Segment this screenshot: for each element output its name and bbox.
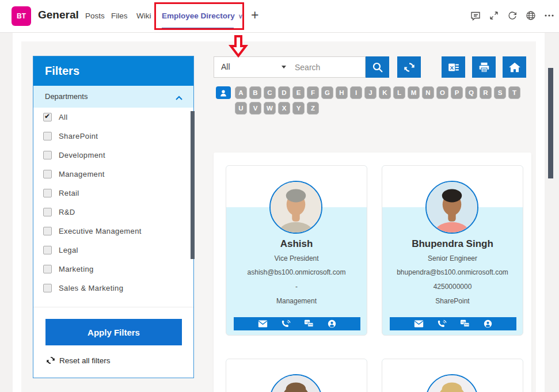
filter-option[interactable]: Development	[33, 146, 188, 165]
more-options-icon[interactable]	[543, 10, 555, 21]
phone-icon[interactable]	[436, 319, 447, 329]
filter-option[interactable]: Sales & Marketing	[33, 279, 188, 298]
employee-card: Bhupendra Singh Senior Engineer bhupendr…	[382, 165, 523, 336]
filter-option[interactable]: All	[33, 108, 188, 127]
alphabet-row-1: ABCDEFGHIJKLMNOPQRST	[235, 86, 520, 99]
checkbox[interactable]	[43, 170, 52, 178]
employee-email: bhupendra@bs100.onmicrosoft.com	[382, 268, 523, 276]
reset-all-filters-label: Reset all filters	[59, 356, 111, 365]
checkbox[interactable]	[43, 208, 52, 216]
alphabet-letter-button[interactable]: B	[249, 86, 261, 99]
alphabet-letter-button[interactable]: F	[307, 86, 319, 99]
filter-option[interactable]: Management	[33, 165, 188, 184]
chat-icon[interactable]	[459, 319, 470, 329]
globe-icon[interactable]	[525, 10, 537, 21]
alphabet-letter-button[interactable]: W	[264, 102, 276, 115]
alphabet-letter-button[interactable]: U	[235, 102, 247, 115]
mail-icon[interactable]	[257, 319, 268, 329]
alphabet-letter-button[interactable]: P	[451, 86, 463, 99]
export-excel-button[interactable]: X	[442, 56, 465, 78]
team-avatar[interactable]: BT	[12, 6, 31, 26]
profile-icon[interactable]	[482, 319, 493, 329]
alphabet-letter-button[interactable]: E	[292, 86, 305, 99]
filter-list-scrollbar-thumb[interactable]	[191, 111, 195, 259]
alphabet-letter-button[interactable]: H	[336, 86, 348, 99]
checkbox[interactable]	[43, 132, 52, 140]
alphabet-letter-button[interactable]: Z	[307, 102, 319, 115]
search-input[interactable]	[289, 56, 366, 78]
conversation-icon[interactable]	[470, 10, 481, 21]
checkbox[interactable]	[43, 246, 52, 254]
sync-icon	[403, 61, 416, 74]
alphabet-row-2: UVWXYZ	[235, 102, 319, 115]
filter-option-label: Retail	[59, 189, 79, 197]
reset-all-filters-button[interactable]: Reset all filters	[46, 356, 111, 365]
filter-option-label: Development	[59, 151, 105, 159]
refresh-results-button[interactable]	[397, 56, 421, 78]
filter-option[interactable]: Legal	[33, 241, 188, 260]
alphabet-letter-button[interactable]: Q	[465, 86, 477, 99]
alphabet-letter-button[interactable]: C	[264, 86, 276, 99]
alphabet-letter-button[interactable]: M	[408, 86, 420, 99]
employee-card: Ashish Vice President ashish@bs100.onmic…	[226, 165, 367, 336]
alphabet-letter-button[interactable]: T	[508, 86, 520, 99]
employee-cards-container: Ashish Vice President ashish@bs100.onmic…	[214, 153, 531, 392]
add-tab-button[interactable]: +	[251, 7, 258, 23]
profile-icon[interactable]	[326, 319, 337, 329]
home-button[interactable]	[503, 56, 526, 78]
checkbox[interactable]	[43, 227, 52, 235]
mail-icon[interactable]	[413, 319, 424, 329]
checkbox[interactable]	[43, 189, 52, 197]
filter-option[interactable]: Executive Management	[33, 222, 188, 241]
page-scrollbar-thumb[interactable]	[548, 68, 553, 178]
alphabet-letter-button[interactable]: V	[249, 102, 261, 115]
phone-icon[interactable]	[280, 319, 291, 329]
filter-option-label: Marketing	[59, 265, 94, 273]
alphabet-letter-button[interactable]: K	[379, 86, 391, 99]
apply-filters-button[interactable]: Apply Filters	[45, 319, 182, 345]
card-action-bar	[234, 317, 360, 330]
alphabet-letter-button[interactable]: G	[321, 86, 333, 99]
tab-wiki[interactable]: Wiki	[136, 12, 151, 20]
employee-title: Vice President	[226, 254, 367, 262]
filter-option[interactable]: Retail	[33, 184, 188, 203]
dropdown-caret-icon	[282, 66, 286, 68]
filter-option[interactable]: R&D	[33, 203, 188, 222]
alphabet-letter-button[interactable]: A	[235, 86, 247, 99]
chevron-up-icon[interactable]	[175, 93, 183, 103]
filter-option[interactable]: Marketing	[33, 260, 188, 279]
expand-icon[interactable]	[488, 10, 500, 21]
alphabet-letter-button[interactable]: D	[278, 86, 290, 99]
checkbox[interactable]	[43, 284, 52, 292]
refresh-icon[interactable]	[507, 10, 518, 21]
tab-employee-directory[interactable]: Employee Directory∨	[162, 12, 243, 20]
chat-icon[interactable]	[303, 319, 314, 329]
tab-files[interactable]: Files	[111, 12, 128, 20]
alphabet-letter-button[interactable]: R	[480, 86, 492, 99]
checkbox[interactable]	[43, 265, 52, 273]
scope-dropdown[interactable]: All	[214, 56, 290, 78]
alphabet-letter-button[interactable]: X	[278, 102, 290, 115]
tab-employee-directory-label: Employee Directory	[162, 12, 235, 20]
checkbox[interactable]	[43, 113, 52, 121]
print-button[interactable]	[472, 56, 496, 78]
alphabet-letter-button[interactable]: L	[393, 86, 405, 99]
home-icon	[508, 61, 521, 74]
alphabet-letter-button[interactable]: Y	[292, 102, 305, 115]
employee-department: Management	[226, 297, 367, 305]
departments-section-header[interactable]: Departments	[33, 86, 193, 108]
all-people-button[interactable]	[216, 86, 231, 99]
alphabet-letter-button[interactable]: J	[364, 86, 377, 99]
alphabet-letter-button[interactable]: O	[436, 86, 448, 99]
filter-option[interactable]: SharePoint	[33, 127, 188, 146]
checkbox[interactable]	[43, 151, 52, 159]
employee-name: Bhupendra Singh	[382, 238, 523, 250]
filter-option-label: SharePoint	[59, 132, 98, 140]
alphabet-letter-button[interactable]: S	[494, 86, 506, 99]
chevron-down-icon[interactable]: ∨	[238, 13, 243, 20]
tab-posts[interactable]: Posts	[85, 12, 105, 20]
svg-text:X: X	[450, 64, 454, 70]
alphabet-letter-button[interactable]: N	[422, 86, 434, 99]
alphabet-letter-button[interactable]: I	[350, 86, 362, 99]
search-button[interactable]	[366, 56, 389, 78]
